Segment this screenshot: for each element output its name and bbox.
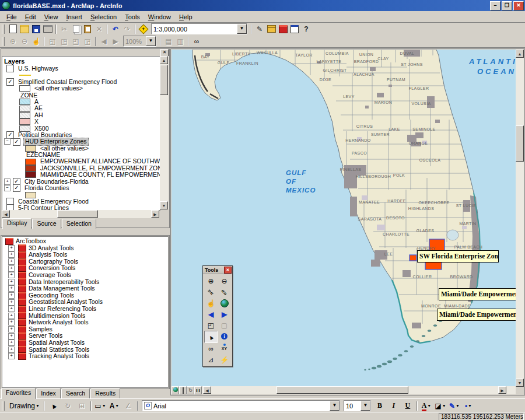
layout-pan-button[interactable]: ☝ bbox=[30, 36, 42, 47]
toggle-page-button[interactable]: ▤ bbox=[163, 36, 174, 47]
tab-favorites[interactable]: Favorites bbox=[1, 388, 36, 399]
new-map-button[interactable] bbox=[7, 24, 19, 34]
zoom-in-tool[interactable]: ⊕ bbox=[204, 275, 218, 286]
command-window-button[interactable] bbox=[289, 24, 300, 34]
tree-expander-icon[interactable]: + bbox=[8, 346, 15, 353]
tree-expander-icon[interactable]: + bbox=[8, 340, 15, 346]
drawing-menu-button[interactable]: Drawing▼ bbox=[7, 400, 42, 411]
hyperlink-tool[interactable]: ⚡ bbox=[218, 354, 231, 365]
zoom-page-width-button[interactable]: ◳ bbox=[58, 36, 70, 47]
tree-expander-icon[interactable]: + bbox=[8, 265, 15, 272]
layer-checkbox[interactable]: ✓ bbox=[13, 138, 20, 146]
rotate-element-button[interactable]: ↻ bbox=[61, 400, 75, 411]
map-horizontal-scrollbar[interactable]: ↻ ❚❚ ◀ ▶ bbox=[172, 386, 516, 394]
layer-checkbox[interactable]: ✓ bbox=[13, 184, 20, 192]
zoom-whole-page-button[interactable]: ◱ bbox=[47, 36, 58, 47]
dropdown-icon[interactable]: ▼ bbox=[102, 404, 106, 408]
scroll-down-icon[interactable]: ▼ bbox=[516, 379, 524, 387]
font-dropdown-icon[interactable]: ▼ bbox=[330, 401, 340, 411]
map-vertical-scrollbar[interactable]: ▲ ▼ bbox=[516, 50, 524, 387]
fill-color-button[interactable]: ◪▼ bbox=[433, 400, 447, 411]
go-back-extent-button[interactable]: ◀ bbox=[98, 36, 110, 47]
clear-selection-tool[interactable]: ▢ bbox=[218, 320, 231, 331]
layout-zoom-combo[interactable]: 100% ▼ bbox=[123, 36, 156, 47]
tree-expander-icon[interactable]: − bbox=[4, 185, 10, 191]
font-color-button[interactable]: A▼ bbox=[419, 400, 433, 411]
tree-expander-icon[interactable]: + bbox=[8, 353, 15, 359]
dropdown-icon[interactable]: ▼ bbox=[442, 404, 446, 408]
tree-expander-icon[interactable]: + bbox=[8, 279, 15, 285]
size-dropdown-icon[interactable]: ▼ bbox=[360, 401, 370, 411]
scroll-right-icon[interactable]: ▶ bbox=[498, 386, 506, 394]
save-button[interactable] bbox=[30, 24, 42, 34]
fixed-zoom-out-tool[interactable]: «» bbox=[218, 286, 231, 298]
tab-source[interactable]: Source bbox=[32, 219, 61, 229]
tree-expander-icon[interactable]: + bbox=[8, 306, 15, 312]
paste-button[interactable] bbox=[82, 24, 93, 34]
data-view-button[interactable] bbox=[172, 386, 179, 394]
tree-expander-icon[interactable]: + bbox=[8, 245, 15, 251]
scrollbar-thumb[interactable] bbox=[57, 210, 98, 218]
tab-search[interactable]: Search bbox=[61, 388, 90, 398]
restore-button[interactable]: ❐ bbox=[502, 1, 512, 10]
layer-checkbox[interactable]: ✓ bbox=[6, 78, 14, 86]
tree-expander-icon[interactable]: + bbox=[4, 178, 10, 185]
menu-help[interactable]: Help bbox=[175, 12, 197, 22]
dropdown-icon[interactable]: ▼ bbox=[115, 404, 119, 408]
toc-layer-row[interactable]: AH bbox=[2, 112, 160, 118]
arccatalog-button[interactable] bbox=[265, 24, 277, 34]
scroll-up-icon[interactable]: ▲ bbox=[516, 50, 524, 58]
menu-window[interactable]: Window bbox=[144, 12, 175, 22]
map-callout-label[interactable]: Miami/Dade Empowerment Z bbox=[437, 309, 516, 321]
italic-button[interactable]: I bbox=[387, 400, 401, 411]
toolbar-grip[interactable] bbox=[2, 24, 5, 34]
zoom-out-tool[interactable]: ⊖ bbox=[218, 275, 231, 286]
layout-view-button[interactable] bbox=[179, 386, 187, 394]
pause-drawing-button[interactable]: ❚❚ bbox=[194, 386, 202, 394]
scroll-up-icon[interactable]: ▲ bbox=[160, 56, 168, 64]
fixed-zoom-in-tool[interactable]: »« bbox=[204, 286, 218, 298]
tab-results[interactable]: Results bbox=[90, 388, 120, 398]
toggle-draft-mode-button[interactable]: ∞ bbox=[191, 36, 202, 47]
font-combo[interactable]: O Arial ▼ bbox=[142, 400, 340, 411]
tree-expander-icon[interactable]: + bbox=[8, 258, 15, 265]
fixed-zoom-in-button[interactable]: ◰ bbox=[70, 36, 82, 47]
fixed-zoom-out-button[interactable]: ◲ bbox=[82, 36, 93, 47]
select-features-tool[interactable]: ◰ bbox=[204, 320, 218, 331]
toc-layer-row[interactable]: A bbox=[2, 99, 160, 105]
toolbar-grip[interactable] bbox=[2, 401, 5, 411]
layer-label[interactable]: MIAMI/DADE COUNTY, FL EMPOWERMENT ZONE bbox=[39, 172, 160, 178]
menu-file[interactable]: File bbox=[2, 12, 21, 22]
tree-expander-icon[interactable]: + bbox=[8, 272, 15, 278]
menu-insert[interactable]: Insert bbox=[62, 12, 86, 22]
cut-button[interactable]: ✂ bbox=[58, 24, 70, 34]
select-elements-tool[interactable]: ▲ bbox=[204, 331, 218, 343]
toc-horizontal-scrollbar[interactable]: ◀ ▶ bbox=[2, 210, 159, 218]
toc-layer-row[interactable]: <all other values> bbox=[2, 85, 160, 92]
toc-layer-row[interactable]: ZONE bbox=[2, 92, 160, 99]
tree-expander-icon[interactable]: + bbox=[8, 299, 15, 306]
layer-label[interactable]: Florida Counties bbox=[23, 185, 70, 191]
toolbox-tree-item[interactable]: +Samples bbox=[2, 326, 168, 333]
tree-expander-icon[interactable]: + bbox=[8, 319, 15, 326]
map-callout-label[interactable]: Miami/Dade Empowerment bbox=[439, 288, 516, 300]
toc-layer-row[interactable]: U.S. Highways bbox=[2, 65, 160, 72]
editor-toolbar-button[interactable]: ✎ bbox=[254, 24, 265, 34]
delete-button[interactable]: ✕ bbox=[93, 24, 105, 34]
zoom-dropdown-icon[interactable]: ▼ bbox=[146, 36, 156, 46]
toolbox-tree-item[interactable]: +Coverage Tools bbox=[2, 272, 168, 279]
toolbox-tree-item[interactable]: +Analysis Tools bbox=[2, 251, 168, 258]
whats-this-button[interactable]: ? bbox=[300, 24, 312, 34]
tree-expander-icon[interactable]: + bbox=[8, 292, 15, 299]
identify-tool[interactable]: i bbox=[218, 331, 231, 342]
measure-tool[interactable]: ⊿ bbox=[204, 354, 218, 365]
toolbox-tree-item[interactable]: +Server Tools bbox=[2, 332, 168, 340]
toc-vertical-scrollbar[interactable]: ▲ ▼ bbox=[160, 56, 169, 209]
toolbox-tree-item[interactable]: +Linear Referencing Tools bbox=[2, 306, 168, 313]
scrollbar-thumb[interactable] bbox=[276, 386, 408, 394]
tree-expander-icon[interactable]: + bbox=[8, 313, 15, 319]
layer-label[interactable]: U.S. Highways bbox=[17, 65, 60, 72]
menu-view[interactable]: View bbox=[40, 12, 62, 22]
select-elements-button[interactable]: ▲ bbox=[47, 400, 61, 411]
tree-expander-icon[interactable]: − bbox=[4, 138, 10, 145]
